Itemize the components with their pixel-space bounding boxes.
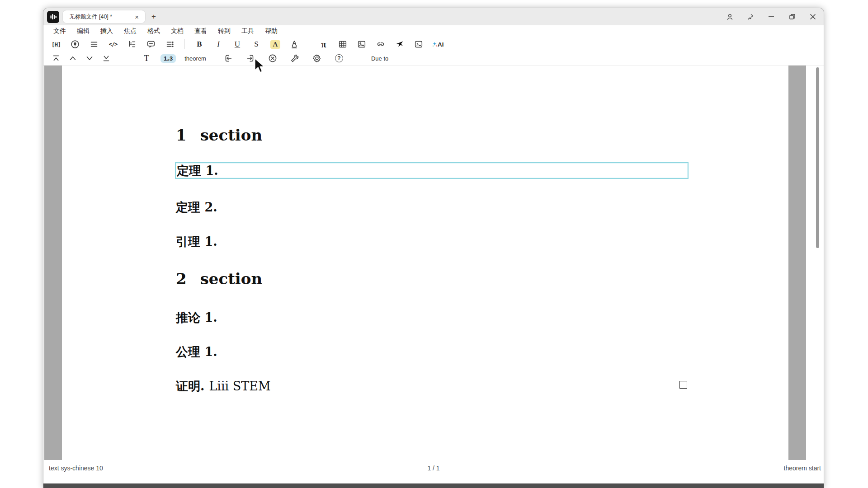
menu-item-file[interactable]: 文件 — [53, 27, 66, 35]
ai-label: AI — [438, 41, 444, 48]
settings-gear-button[interactable] — [311, 53, 322, 64]
comment-button[interactable] — [146, 39, 156, 50]
menu-item-view[interactable]: 查看 — [194, 27, 207, 35]
text-style-button[interactable]: T — [141, 53, 152, 64]
account-button[interactable] — [725, 12, 734, 21]
theorem-mode-label[interactable]: theorem — [184, 55, 206, 62]
remove-environment-button[interactable] — [267, 53, 278, 64]
canvas-margin-left — [44, 66, 62, 460]
structure-button[interactable]: [H] — [51, 39, 61, 50]
highlight-color-button[interactable]: A — [270, 39, 281, 50]
document-page[interactable]: 1section 定理 1. 定理 2. 引理 1. 2section 推论 1… — [62, 66, 788, 460]
hamburger-menu-button[interactable] — [89, 39, 99, 50]
tab-title: 无标题文件 [40] * — [69, 13, 133, 21]
insert-before-button[interactable] — [223, 53, 234, 64]
section-heading-2[interactable]: 2section — [176, 270, 262, 288]
link-icon — [376, 39, 386, 49]
table-button[interactable] — [337, 39, 348, 50]
scroll-bottom-icon — [101, 53, 111, 63]
italic-button[interactable]: I — [213, 39, 224, 50]
scroll-bottom-button[interactable] — [101, 53, 112, 64]
section-heading-1[interactable]: 1section — [176, 126, 262, 144]
due-to-label[interactable]: Due to — [371, 55, 388, 62]
strikethrough-button[interactable]: S — [251, 39, 262, 50]
theorem-1-label: 定理 1. — [176, 163, 218, 179]
theorem-1-selected-box[interactable]: 定理 1. — [175, 162, 689, 179]
toolbar-separator — [184, 39, 185, 49]
new-tab-button[interactable]: + — [151, 12, 156, 21]
terminal-icon — [414, 39, 424, 49]
laser-pointer-button[interactable] — [394, 39, 405, 50]
list-style-button[interactable] — [165, 39, 175, 50]
section-title: section — [200, 270, 263, 288]
scroll-top-button[interactable] — [51, 53, 61, 64]
circle-x-icon — [268, 53, 278, 63]
document-area: 1section 定理 1. 定理 2. 引理 1. 2section 推论 1… — [43, 65, 824, 460]
ink-bottle-icon — [289, 39, 299, 49]
outline-tree-button[interactable] — [127, 39, 137, 50]
vertical-scrollbar-thumb[interactable] — [816, 67, 819, 248]
image-icon — [357, 39, 367, 49]
menu-item-help[interactable]: 帮助 — [265, 27, 278, 35]
proof-label: 证明. — [176, 378, 204, 394]
menu-item-focus[interactable]: 焦点 — [124, 27, 137, 35]
structure-up-button[interactable] — [67, 53, 78, 64]
terminal-button[interactable] — [413, 39, 424, 50]
comment-icon — [146, 39, 156, 49]
list-detail-icon — [165, 39, 175, 49]
maximize-restore-button[interactable] — [788, 12, 797, 21]
menu-item-edit[interactable]: 编辑 — [77, 27, 90, 35]
lemma-1-line[interactable]: 引理 1. — [176, 234, 217, 250]
pin-button[interactable] — [746, 12, 755, 21]
minimize-button[interactable] — [767, 12, 776, 21]
numbering-toggle-button[interactable]: 1₂3 — [160, 53, 176, 64]
menu-item-go[interactable]: 转到 — [218, 27, 231, 35]
help-button[interactable]: ? — [334, 53, 344, 64]
numbering-active-icon: 1₂3 — [160, 54, 176, 63]
window-bottom-edge — [43, 483, 824, 488]
status-position-indicator: theorem start — [784, 465, 821, 472]
outline-tree-icon — [127, 39, 137, 49]
proof-line[interactable]: 证明. Liii STEM — [176, 378, 750, 394]
mouse-cursor — [252, 57, 268, 77]
menu-item-format[interactable]: 格式 — [147, 27, 160, 35]
chevron-up-icon — [68, 53, 78, 63]
preferences-wrench-button[interactable] — [289, 53, 300, 64]
ai-assistant-button[interactable]: AI — [432, 39, 444, 50]
bold-button[interactable]: B — [194, 39, 205, 50]
proof-text: Liii STEM — [209, 379, 270, 393]
qed-box — [679, 381, 687, 389]
highlight-a-icon: A — [270, 40, 281, 49]
corollary-1-line[interactable]: 推论 1. — [176, 310, 217, 326]
wrench-icon — [290, 53, 300, 63]
source-code-button[interactable]: </> — [108, 39, 118, 50]
document-tab[interactable]: 无标题文件 [40] * × — [63, 10, 145, 23]
math-button[interactable]: π — [318, 39, 329, 50]
ai-sparkle-icon — [432, 42, 437, 47]
scroll-top-icon — [51, 53, 61, 63]
table-icon — [338, 39, 348, 49]
pin-circle-icon — [70, 39, 80, 49]
section-number: 2 — [176, 270, 187, 288]
focus-toolbar: T 1₂3 theorem — [43, 52, 824, 65]
image-button[interactable] — [356, 39, 367, 50]
chevron-down-icon — [85, 53, 94, 63]
tab-bar: 无标题文件 [40] * × + — [43, 8, 824, 25]
close-button[interactable] — [808, 12, 817, 21]
help-icon: ? — [335, 54, 343, 62]
canvas-margin-right — [788, 66, 806, 460]
structure-down-button[interactable] — [84, 53, 95, 64]
main-toolbar: [H] </> B — [43, 37, 824, 52]
theorem-2-line[interactable]: 定理 2. — [176, 199, 217, 216]
ink-color-button[interactable] — [289, 39, 300, 50]
locate-pin-button[interactable] — [70, 39, 80, 50]
menu-item-tools[interactable]: 工具 — [241, 27, 254, 35]
menu-item-insert[interactable]: 插入 — [100, 27, 113, 35]
menu-item-document[interactable]: 文档 — [171, 27, 184, 35]
tab-close-icon[interactable]: × — [133, 13, 141, 21]
axiom-1-line[interactable]: 公理 1. — [176, 344, 217, 360]
app-window: 无标题文件 [40] * × + — [43, 8, 824, 488]
underline-button[interactable]: U — [232, 39, 243, 50]
link-button[interactable] — [375, 39, 386, 50]
menu-bar: 文件 编辑 插入 焦点 格式 文档 查看 转到 工具 帮助 — [43, 25, 824, 37]
